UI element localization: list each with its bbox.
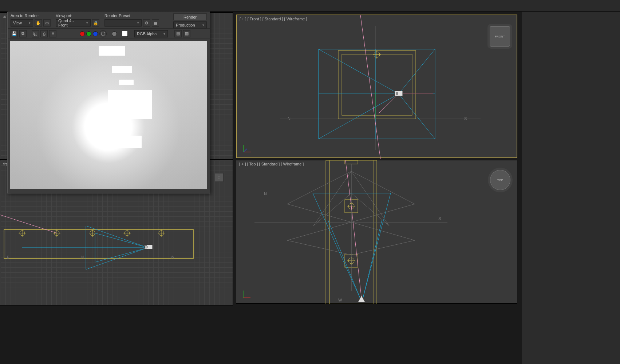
- lock-icon[interactable]: 🔒: [92, 19, 99, 27]
- dropdown-value: Quad 4 - Front: [58, 19, 84, 27]
- svg-rect-47: [395, 91, 403, 96]
- rendered-frame-window[interactable]: 3 PhysCamera001, frame 0, Display Gamma:…: [7, 3, 210, 193]
- render-light: [99, 46, 125, 56]
- render-setup-icon[interactable]: ⚙: [143, 19, 150, 27]
- chevron-down-icon: ▾: [202, 23, 204, 27]
- svg-line-34: [319, 49, 399, 94]
- render-light: [119, 80, 134, 85]
- channel-green[interactable]: [86, 31, 91, 36]
- viewport-shade-toggle[interactable]: ⬚: [215, 173, 224, 182]
- svg-rect-0: [4, 229, 193, 259]
- chevron-down-icon: ▾: [137, 21, 139, 25]
- svg-line-23: [0, 215, 57, 233]
- clear-button[interactable]: ✕: [49, 30, 56, 37]
- delete-icon: ✕: [51, 31, 55, 36]
- channel-red[interactable]: [80, 31, 85, 36]
- render-light: [112, 66, 132, 73]
- svg-line-18: [95, 233, 148, 248]
- copy-icon: ⧉: [21, 31, 24, 36]
- svg-line-71: [328, 220, 362, 302]
- svg-marker-76: [358, 296, 365, 302]
- svg-line-35: [399, 49, 435, 94]
- viewport-front[interactable]: [ + ] [ Front ] [ Standard ] [ Wireframe…: [236, 15, 517, 158]
- area-to-render-dropdown[interactable]: View▾: [11, 19, 33, 27]
- area-to-render-label: Area to Render:: [11, 13, 51, 18]
- svg-line-37: [399, 94, 435, 139]
- viewport-label-text: Viewport:: [56, 13, 99, 18]
- viewport-top[interactable]: [ + ] [ Top ] [ Standard ] [ Wireframe ]…: [236, 160, 517, 304]
- pan-icon[interactable]: ✋: [35, 19, 42, 27]
- save-icon: 💾: [12, 31, 17, 36]
- svg-marker-68: [287, 222, 415, 255]
- render-output-image[interactable]: [10, 41, 207, 189]
- save-image-button[interactable]: 💾: [11, 30, 18, 37]
- render-mode-dropdown[interactable]: Production▾: [173, 21, 207, 28]
- clone-icon: ⿻: [33, 32, 37, 36]
- channel-dropdown[interactable]: RGB Alpha▾: [134, 30, 168, 37]
- render-preset-dropdown[interactable]: ▾: [104, 19, 142, 27]
- axis-tripod: [242, 143, 253, 154]
- svg-point-25: [145, 245, 147, 248]
- dropdown-value: Production: [176, 23, 195, 27]
- command-panel[interactable]: [522, 0, 620, 364]
- toggle-ui-overlay-2[interactable]: ▥: [183, 30, 190, 37]
- render-button[interactable]: Render: [173, 13, 207, 20]
- render-window: [108, 90, 152, 119]
- svg-text:N: N: [81, 255, 84, 259]
- svg-line-72: [362, 220, 382, 302]
- chevron-down-icon: ▾: [86, 21, 88, 25]
- channel-mono[interactable]: [112, 31, 117, 36]
- svg-marker-67: [287, 171, 415, 222]
- environment-icon[interactable]: ▦: [152, 19, 159, 27]
- axis-tripod: [241, 289, 252, 300]
- render-toolbar-top: Area to Render: View▾ ✋ ▭ Viewport: Quad…: [8, 12, 210, 29]
- overlay-icon: ▥: [185, 31, 189, 36]
- viewport-dropdown[interactable]: Quad 4 - Front▾: [56, 19, 91, 27]
- main-ribbon[interactable]: [0, 0, 620, 12]
- clone-button[interactable]: ⿻: [32, 30, 39, 37]
- svg-text:E: E: [7, 255, 9, 259]
- print-button[interactable]: ⎙: [40, 30, 48, 37]
- background-swatch[interactable]: [122, 31, 128, 37]
- channel-alpha[interactable]: ◯: [99, 30, 107, 37]
- svg-rect-55: [345, 160, 358, 164]
- toggle-ui-overlay-1[interactable]: ▤: [174, 30, 182, 37]
- svg-line-42: [360, 15, 380, 159]
- render-button-label: Render: [183, 15, 197, 19]
- svg-line-43: [379, 94, 399, 113]
- svg-line-19: [95, 248, 148, 262]
- dropdown-value: RGB Alpha: [137, 32, 157, 36]
- overlay-icon: ▤: [176, 31, 180, 36]
- svg-line-74: [345, 160, 351, 206]
- svg-line-70: [362, 193, 391, 302]
- chevron-down-icon: ▾: [29, 21, 31, 25]
- svg-line-36: [319, 94, 399, 139]
- render-floor-light: [104, 136, 142, 148]
- region-icon[interactable]: ▭: [43, 19, 51, 27]
- chevron-down-icon: ▾: [163, 32, 165, 36]
- render-preset-label: Render Preset:: [104, 13, 159, 18]
- print-icon: ⎙: [43, 32, 46, 36]
- svg-text:W: W: [171, 255, 174, 259]
- svg-rect-32: [338, 51, 416, 119]
- svg-line-51: [244, 149, 247, 152]
- copy-image-button[interactable]: ⧉: [19, 30, 27, 37]
- render-toolbar-bottom: 💾 ⧉ ⿻ ⎙ ✕ ◯ RGB Alpha▾ ▤ ▥: [8, 29, 210, 39]
- svg-rect-48: [396, 92, 398, 95]
- dropdown-value: View: [13, 21, 22, 25]
- channel-blue[interactable]: [93, 31, 98, 36]
